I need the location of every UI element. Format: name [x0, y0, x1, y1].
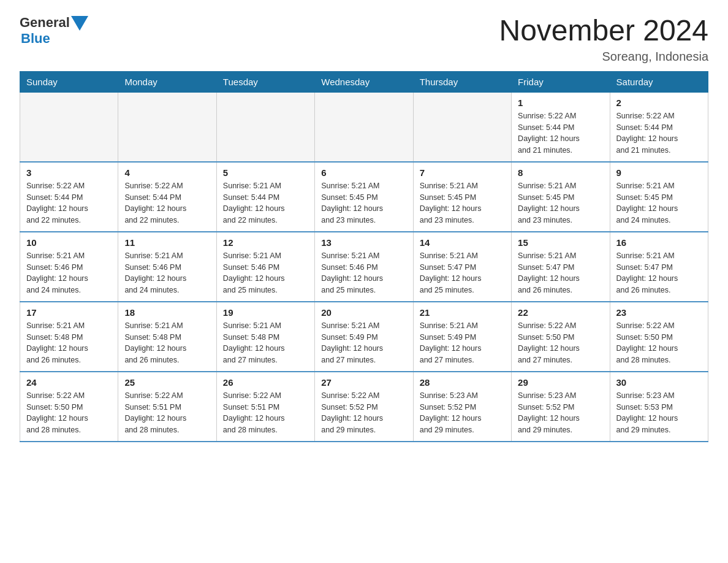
day-number: 24 [26, 377, 112, 388]
table-row: 22Sunrise: 5:22 AMSunset: 5:50 PMDayligh… [512, 302, 610, 372]
table-row: 18Sunrise: 5:21 AMSunset: 5:48 PMDayligh… [118, 302, 216, 372]
day-number: 25 [124, 377, 210, 388]
table-row [216, 92, 314, 162]
day-number: 9 [616, 167, 702, 178]
day-number: 12 [223, 237, 308, 248]
day-number: 13 [321, 237, 406, 248]
day-number: 14 [420, 237, 505, 248]
table-row: 15Sunrise: 5:21 AMSunset: 5:47 PMDayligh… [512, 232, 610, 302]
table-row: 29Sunrise: 5:23 AMSunset: 5:52 PMDayligh… [512, 372, 610, 442]
day-number: 3 [26, 167, 112, 178]
day-number: 26 [223, 377, 308, 388]
day-info: Sunrise: 5:21 AMSunset: 5:47 PMDaylight:… [616, 250, 702, 296]
header-thursday: Thursday [413, 71, 511, 92]
table-row [315, 92, 413, 162]
day-number: 7 [420, 167, 505, 178]
day-info: Sunrise: 5:21 AMSunset: 5:46 PMDaylight:… [223, 250, 308, 296]
svg-marker-0 [71, 16, 88, 31]
table-row: 12Sunrise: 5:21 AMSunset: 5:46 PMDayligh… [216, 232, 314, 302]
table-row: 20Sunrise: 5:21 AMSunset: 5:49 PMDayligh… [315, 302, 413, 372]
day-number: 4 [124, 167, 210, 178]
table-row: 6Sunrise: 5:21 AMSunset: 5:45 PMDaylight… [315, 162, 413, 232]
day-number: 1 [518, 98, 603, 108]
table-row: 28Sunrise: 5:23 AMSunset: 5:52 PMDayligh… [413, 372, 511, 442]
day-info: Sunrise: 5:22 AMSunset: 5:44 PMDaylight:… [124, 180, 210, 226]
location-subtitle: Soreang, Indonesia [499, 50, 708, 64]
day-info: Sunrise: 5:22 AMSunset: 5:44 PMDaylight:… [26, 180, 112, 226]
table-row: 13Sunrise: 5:21 AMSunset: 5:46 PMDayligh… [315, 232, 413, 302]
table-row: 10Sunrise: 5:21 AMSunset: 5:46 PMDayligh… [20, 232, 118, 302]
header-friday: Friday [512, 71, 610, 92]
table-row: 2Sunrise: 5:22 AMSunset: 5:44 PMDaylight… [610, 92, 708, 162]
day-info: Sunrise: 5:21 AMSunset: 5:45 PMDaylight:… [518, 180, 603, 226]
day-number: 20 [321, 307, 406, 318]
table-row [118, 92, 216, 162]
day-number: 2 [616, 98, 702, 108]
table-row: 23Sunrise: 5:22 AMSunset: 5:50 PMDayligh… [610, 302, 708, 372]
calendar-body: 1Sunrise: 5:22 AMSunset: 5:44 PMDaylight… [20, 92, 708, 442]
day-info: Sunrise: 5:21 AMSunset: 5:48 PMDaylight:… [223, 320, 308, 366]
day-info: Sunrise: 5:22 AMSunset: 5:50 PMDaylight:… [26, 390, 112, 436]
day-number: 5 [223, 167, 308, 178]
day-info: Sunrise: 5:21 AMSunset: 5:44 PMDaylight:… [223, 180, 308, 226]
day-info: Sunrise: 5:23 AMSunset: 5:52 PMDaylight:… [518, 390, 603, 436]
day-info: Sunrise: 5:22 AMSunset: 5:44 PMDaylight:… [616, 110, 702, 156]
day-number: 30 [616, 377, 702, 388]
day-number: 21 [420, 307, 505, 318]
day-info: Sunrise: 5:21 AMSunset: 5:49 PMDaylight:… [321, 320, 406, 366]
day-number: 8 [518, 167, 603, 178]
header-tuesday: Tuesday [216, 71, 314, 92]
logo-triangle-icon [71, 16, 88, 31]
day-info: Sunrise: 5:22 AMSunset: 5:44 PMDaylight:… [518, 110, 603, 156]
day-info: Sunrise: 5:21 AMSunset: 5:47 PMDaylight:… [518, 250, 603, 296]
table-row: 5Sunrise: 5:21 AMSunset: 5:44 PMDaylight… [216, 162, 314, 232]
day-info: Sunrise: 5:22 AMSunset: 5:51 PMDaylight:… [223, 390, 308, 436]
table-row: 27Sunrise: 5:22 AMSunset: 5:52 PMDayligh… [315, 372, 413, 442]
table-row [413, 92, 511, 162]
table-row: 17Sunrise: 5:21 AMSunset: 5:48 PMDayligh… [20, 302, 118, 372]
day-number: 6 [321, 167, 406, 178]
day-number: 27 [321, 377, 406, 388]
day-info: Sunrise: 5:22 AMSunset: 5:50 PMDaylight:… [518, 320, 603, 366]
day-info: Sunrise: 5:22 AMSunset: 5:50 PMDaylight:… [616, 320, 702, 366]
page-header: General Blue November 2024 Soreang, Indo… [20, 15, 708, 64]
header-wednesday: Wednesday [315, 71, 413, 92]
table-row: 3Sunrise: 5:22 AMSunset: 5:44 PMDaylight… [20, 162, 118, 232]
day-info: Sunrise: 5:23 AMSunset: 5:52 PMDaylight:… [420, 390, 505, 436]
table-row: 1Sunrise: 5:22 AMSunset: 5:44 PMDaylight… [512, 92, 610, 162]
header-sunday: Sunday [20, 71, 118, 92]
day-info: Sunrise: 5:23 AMSunset: 5:53 PMDaylight:… [616, 390, 702, 436]
table-row: 16Sunrise: 5:21 AMSunset: 5:47 PMDayligh… [610, 232, 708, 302]
day-info: Sunrise: 5:21 AMSunset: 5:48 PMDaylight:… [26, 320, 112, 366]
calendar-table: Sunday Monday Tuesday Wednesday Thursday… [20, 71, 708, 442]
title-area: November 2024 Soreang, Indonesia [499, 15, 708, 64]
logo: General Blue [20, 15, 88, 47]
day-number: 19 [223, 307, 308, 318]
logo-general-text: General [20, 15, 70, 31]
table-row: 24Sunrise: 5:22 AMSunset: 5:50 PMDayligh… [20, 372, 118, 442]
table-row: 7Sunrise: 5:21 AMSunset: 5:45 PMDaylight… [413, 162, 511, 232]
logo-blue-text: Blue [21, 31, 50, 47]
table-row: 25Sunrise: 5:22 AMSunset: 5:51 PMDayligh… [118, 372, 216, 442]
day-info: Sunrise: 5:21 AMSunset: 5:46 PMDaylight:… [26, 250, 112, 296]
table-row: 9Sunrise: 5:21 AMSunset: 5:45 PMDaylight… [610, 162, 708, 232]
table-row: 21Sunrise: 5:21 AMSunset: 5:49 PMDayligh… [413, 302, 511, 372]
header-monday: Monday [118, 71, 216, 92]
month-title: November 2024 [499, 15, 708, 47]
day-number: 11 [124, 237, 210, 248]
day-number: 23 [616, 307, 702, 318]
day-info: Sunrise: 5:21 AMSunset: 5:45 PMDaylight:… [420, 180, 505, 226]
table-row: 11Sunrise: 5:21 AMSunset: 5:46 PMDayligh… [118, 232, 216, 302]
day-number: 29 [518, 377, 603, 388]
day-info: Sunrise: 5:21 AMSunset: 5:45 PMDaylight:… [321, 180, 406, 226]
table-row: 30Sunrise: 5:23 AMSunset: 5:53 PMDayligh… [610, 372, 708, 442]
table-row: 14Sunrise: 5:21 AMSunset: 5:47 PMDayligh… [413, 232, 511, 302]
day-info: Sunrise: 5:22 AMSunset: 5:52 PMDaylight:… [321, 390, 406, 436]
day-number: 17 [26, 307, 112, 318]
day-number: 16 [616, 237, 702, 248]
day-info: Sunrise: 5:22 AMSunset: 5:51 PMDaylight:… [124, 390, 210, 436]
table-row [20, 92, 118, 162]
day-info: Sunrise: 5:21 AMSunset: 5:49 PMDaylight:… [420, 320, 505, 366]
day-number: 22 [518, 307, 603, 318]
day-info: Sunrise: 5:21 AMSunset: 5:47 PMDaylight:… [420, 250, 505, 296]
